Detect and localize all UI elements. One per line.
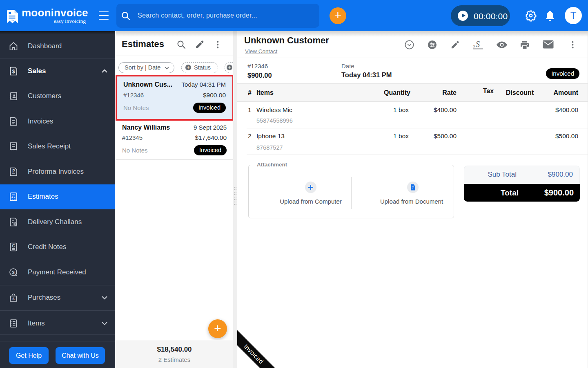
svg-text:$: $ <box>12 69 15 74</box>
svg-text:$: $ <box>12 297 14 301</box>
svg-text:C: C <box>12 244 15 248</box>
svg-text:S: S <box>476 40 480 49</box>
svg-text:x: x <box>473 44 475 48</box>
svg-text:P: P <box>12 169 15 173</box>
svg-text:$: $ <box>12 269 14 274</box>
svg-text:=: = <box>14 197 16 201</box>
